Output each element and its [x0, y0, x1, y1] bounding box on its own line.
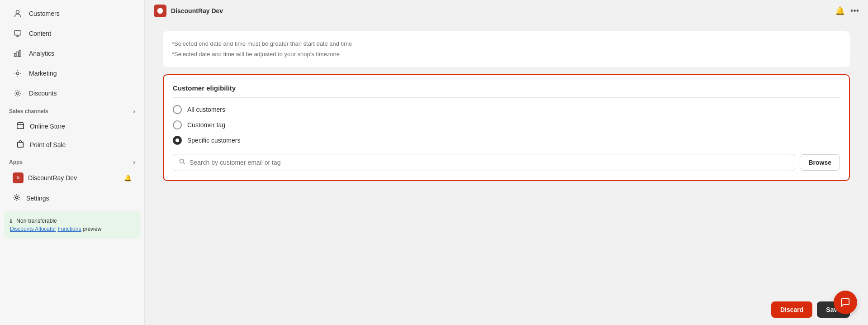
apps-header[interactable]: Apps ›: [0, 154, 144, 167]
discard-button[interactable]: Discard: [771, 301, 812, 318]
radio-circle-all: [173, 105, 182, 114]
store-icon: [16, 121, 24, 131]
bell-small-icon: 🔔: [124, 174, 132, 182]
search-row: Browse: [173, 154, 840, 171]
info-icon: ℹ: [10, 218, 12, 224]
more-options-icon[interactable]: •••: [850, 6, 859, 16]
discountray-logo: D: [13, 172, 24, 183]
svg-rect-8: [18, 142, 24, 147]
sidebar-item-marketing-label: Marketing: [29, 70, 57, 77]
sales-channels-header[interactable]: Sales channels ›: [0, 103, 144, 117]
search-input[interactable]: [190, 159, 789, 166]
sidebar-item-content[interactable]: Content: [4, 24, 141, 43]
radio-circle-specific: [173, 136, 182, 145]
topbar: DiscountRay Dev 🔔 •••: [145, 0, 868, 22]
svg-rect-1: [14, 31, 21, 35]
person-icon: [13, 9, 23, 19]
svg-point-11: [180, 159, 184, 163]
bar-chart-icon: [13, 48, 23, 58]
sidebar-item-analytics[interactable]: Analytics: [4, 44, 141, 63]
sidebar-item-online-store[interactable]: Online Store: [4, 117, 141, 135]
content-area: *Selected end date and time must be grea…: [145, 22, 868, 294]
chevron-right-icon: ›: [133, 108, 135, 115]
sidebar-item-content-label: Content: [29, 30, 51, 37]
svg-point-9: [15, 196, 18, 198]
gear-icon: [13, 88, 23, 98]
eligibility-title: Customer eligibility: [173, 84, 840, 98]
topbar-right: 🔔 •••: [835, 6, 859, 16]
topbar-left: DiscountRay Dev: [154, 5, 223, 17]
sidebar-item-analytics-label: Analytics: [29, 50, 54, 57]
note-line1: *Selected end date and time must be grea…: [172, 38, 841, 49]
sidebar-item-discountray[interactable]: D DiscountRay Dev 🔔: [4, 168, 141, 188]
sidebar-item-marketing[interactable]: Marketing: [4, 64, 141, 83]
discounts-allocator-link[interactable]: Discounts Allocator: [10, 226, 56, 232]
eligibility-radio-group: All customers Customer tag Specific cust…: [173, 105, 840, 145]
search-input-wrapper: [173, 154, 795, 171]
sidebar: Customers Content Analytics Mark: [0, 0, 145, 325]
sidebar-item-settings[interactable]: Settings: [4, 189, 141, 207]
browse-button[interactable]: Browse: [800, 154, 840, 171]
settings-label: Settings: [26, 195, 49, 202]
monitor-icon: [13, 29, 23, 38]
svg-rect-2: [14, 53, 16, 57]
note-line2: *Selected date and time will be adjusted…: [172, 49, 841, 59]
topbar-title: DiscountRay Dev: [171, 7, 223, 14]
sidebar-item-point-of-sale[interactable]: Point of Sale: [4, 136, 141, 153]
svg-point-0: [16, 10, 19, 14]
sidebar-item-discounts[interactable]: Discounts: [4, 84, 141, 103]
bag-icon: [16, 140, 24, 149]
svg-rect-7: [17, 124, 24, 129]
radio-all-customers[interactable]: All customers: [173, 105, 840, 114]
radio-customer-tag-label: Customer tag: [187, 121, 225, 129]
sidebar-item-point-of-sale-label: Point of Sale: [30, 141, 66, 148]
svg-point-5: [16, 72, 19, 74]
sidebar-item-online-store-label: Online Store: [30, 123, 65, 130]
search-icon: [179, 158, 186, 167]
chevron-right-icon-apps: ›: [133, 158, 135, 166]
settings-icon: [13, 193, 21, 203]
radio-all-customers-label: All customers: [187, 106, 225, 113]
radio-specific-customers-label: Specific customers: [187, 137, 240, 144]
svg-point-6: [16, 92, 19, 94]
notes-card: *Selected end date and time must be grea…: [163, 31, 850, 67]
sidebar-item-discounts-label: Discounts: [29, 90, 57, 97]
info-banner: ℹ Non-transferable Discounts Allocator F…: [4, 211, 141, 239]
bell-icon[interactable]: 🔔: [835, 6, 845, 16]
svg-point-10: [157, 8, 163, 14]
radio-specific-customers[interactable]: Specific customers: [173, 136, 840, 145]
action-bar: Discard Save: [145, 294, 868, 325]
svg-rect-3: [17, 52, 19, 57]
functions-link[interactable]: Functions: [57, 226, 81, 232]
sidebar-item-customers-label: Customers: [29, 10, 60, 17]
sidebar-item-customers[interactable]: Customers: [4, 4, 141, 23]
discountray-label: DiscountRay Dev: [28, 174, 119, 182]
chat-bubble[interactable]: [834, 291, 857, 314]
radio-circle-tag: [173, 120, 182, 129]
svg-rect-4: [19, 50, 21, 57]
customer-eligibility-card: Customer eligibility All customers Custo…: [163, 74, 850, 181]
megaphone-icon: [13, 68, 23, 78]
radio-customer-tag[interactable]: Customer tag: [173, 120, 840, 129]
app-logo: [154, 5, 166, 17]
main-content: DiscountRay Dev 🔔 ••• *Selected end date…: [145, 0, 868, 325]
